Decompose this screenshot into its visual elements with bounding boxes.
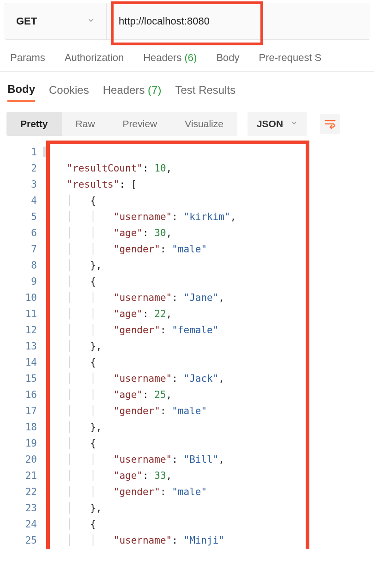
tab-headers-count: (6) <box>185 52 197 63</box>
tab-headers-label: Headers <box>143 52 181 63</box>
body-format-label: JSON <box>257 118 283 129</box>
tab-prerequest-label: Pre-request S <box>259 52 322 63</box>
view-mode-visualize-label: Visualize <box>185 118 223 129</box>
view-toolbar: Pretty Raw Preview Visualize JSON <box>0 105 374 142</box>
response-body-viewer[interactable]: 1234567891011121314151617181920212223242… <box>0 142 374 549</box>
tab-prerequest[interactable]: Pre-request S <box>259 52 322 64</box>
tab-authorization-label: Authorization <box>65 52 124 63</box>
response-tab-test-results-label: Test Results <box>175 84 235 96</box>
response-tab-body[interactable]: Body <box>7 83 35 102</box>
chevron-down-icon <box>87 16 95 27</box>
body-format-select[interactable]: JSON <box>247 112 307 136</box>
tab-params-label: Params <box>10 52 45 63</box>
view-mode-raw[interactable]: Raw <box>62 112 109 136</box>
http-method-select[interactable]: GET <box>5 3 107 39</box>
view-mode-pretty[interactable]: Pretty <box>6 112 62 136</box>
line-number-gutter: 1234567891011121314151617181920212223242… <box>0 142 43 549</box>
tab-body[interactable]: Body <box>216 52 239 64</box>
response-tab-headers[interactable]: Headers (7) <box>103 84 162 101</box>
view-mode-visualize[interactable]: Visualize <box>171 112 237 136</box>
request-tabs: Params Authorization Headers (6) Body Pr… <box>0 40 374 72</box>
tab-authorization[interactable]: Authorization <box>65 52 124 64</box>
tab-body-label: Body <box>216 52 239 63</box>
tab-headers[interactable]: Headers (6) <box>143 52 197 64</box>
view-mode-preview-label: Preview <box>123 118 157 129</box>
url-input[interactable]: http://localhost:8080 <box>107 3 369 39</box>
view-mode-raw-label: Raw <box>76 118 95 129</box>
response-json-content: { "resultCount": 10, "results": [ │ { │ … <box>43 142 374 549</box>
response-tab-test-results[interactable]: Test Results <box>175 84 235 101</box>
response-tabs: Body Cookies Headers (7) Test Results <box>0 72 374 105</box>
response-tab-body-label: Body <box>7 83 35 95</box>
tab-params[interactable]: Params <box>10 52 45 64</box>
response-tab-headers-count: (7) <box>148 84 161 96</box>
view-mode-pretty-label: Pretty <box>20 118 48 129</box>
wrap-lines-button[interactable] <box>320 114 340 134</box>
response-tab-headers-label: Headers <box>103 84 145 96</box>
response-tab-cookies-label: Cookies <box>49 84 89 96</box>
request-bar: GET http://localhost:8080 <box>5 3 369 40</box>
http-method-label: GET <box>16 15 37 27</box>
view-mode-preview[interactable]: Preview <box>109 112 171 136</box>
view-mode-segmented: Pretty Raw Preview Visualize <box>6 112 237 136</box>
chevron-down-icon <box>290 119 298 129</box>
url-value: http://localhost:8080 <box>119 15 210 27</box>
response-tab-cookies[interactable]: Cookies <box>49 84 89 101</box>
